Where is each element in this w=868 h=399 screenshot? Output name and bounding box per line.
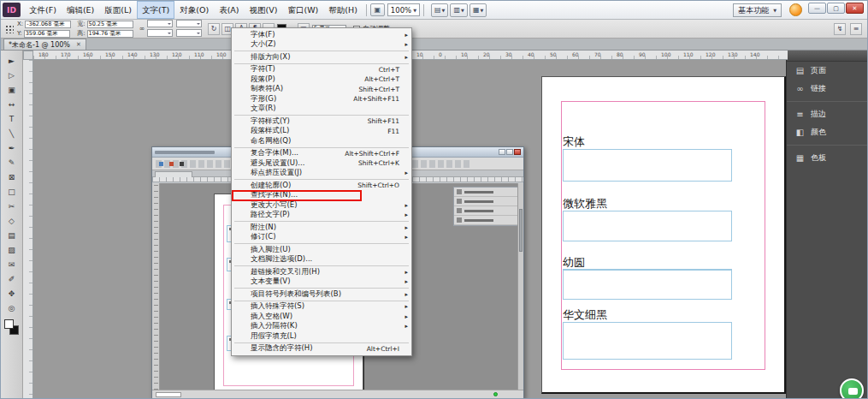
shear-field[interactable] xyxy=(176,29,202,37)
type-menu-item-40[interactable]: 显示隐含的字符(H)Alt+Ctrl+I xyxy=(232,344,411,354)
close-button[interactable]: ✕ xyxy=(846,3,864,14)
type-menu-item-20[interactable]: 查找字体(N)... xyxy=(232,191,411,201)
page-tool[interactable]: ▣ xyxy=(3,83,21,97)
menu-table[interactable]: 表(A) xyxy=(214,1,244,19)
panel-dock-header[interactable] xyxy=(787,51,867,62)
inner-document-tab[interactable] xyxy=(155,171,192,177)
x-position-field-input[interactable]: -362.068 毫米 xyxy=(25,21,71,28)
inner-page-nav-field[interactable] xyxy=(156,392,181,397)
reference-point-proxy[interactable] xyxy=(4,24,14,33)
rotate-icon[interactable]: ↻ xyxy=(208,23,220,35)
pen-tool[interactable]: ✒ xyxy=(3,141,21,155)
type-menu-item-9[interactable]: 文章(R) xyxy=(232,104,411,115)
panel-item-stroke[interactable]: ≡描边 xyxy=(787,105,867,123)
inner-close-button[interactable] xyxy=(514,149,521,155)
type-menu-item-33[interactable]: 项目符号列表和编号列表(B)▸ xyxy=(232,289,411,300)
type-menu-item-24[interactable]: 附注(N)▸ xyxy=(232,223,411,233)
text-frame[interactable] xyxy=(563,322,732,360)
minimize-button[interactable]: — xyxy=(808,3,826,14)
zoom-level-select[interactable]: 100% ▼ xyxy=(387,3,420,16)
type-menu-item-6[interactable]: 段落(P)Alt+Ctrl+T xyxy=(232,74,411,85)
text-frame[interactable] xyxy=(563,149,732,182)
app-circle-icon[interactable] xyxy=(789,3,802,16)
inner-panel-row[interactable] xyxy=(454,206,517,216)
menu-type[interactable]: 文字(T) xyxy=(137,1,174,19)
chat-badge[interactable] xyxy=(840,378,864,399)
type-menu-item-19[interactable]: 创建轮廓(O)Shift+Ctrl+O xyxy=(232,181,411,191)
type-menu-item-13[interactable]: 命名网格(Q) xyxy=(232,136,411,146)
rectangle-frame-tool[interactable]: ⊠ xyxy=(3,170,21,184)
panel-item-color[interactable]: ◧颜色 xyxy=(787,123,867,141)
rotation-field[interactable] xyxy=(176,20,202,27)
document-tab[interactable]: *未命名-1 @ 100% ✕ xyxy=(3,39,86,50)
menu-window[interactable]: 窗口(W) xyxy=(282,1,323,19)
ruler-vertical[interactable] xyxy=(23,60,33,398)
free-transform-tool[interactable]: ◇ xyxy=(3,214,21,228)
arrange-documents-button[interactable]: ▦▼ xyxy=(469,3,487,17)
menu-edit[interactable]: 编辑(E) xyxy=(62,1,99,19)
view-options-button[interactable]: ▤▼ xyxy=(431,3,448,17)
type-menu-item-25[interactable]: 修订(C)▸ xyxy=(232,233,411,243)
inner-minimize-button[interactable] xyxy=(499,149,505,155)
type-menu-item-31[interactable]: 文本变量(V)▸ xyxy=(232,277,411,288)
restore-button[interactable]: ▢ xyxy=(827,3,845,14)
direct-selection-tool[interactable]: ▷ xyxy=(3,68,21,82)
type-menu-item-27[interactable]: 插入脚注(U) xyxy=(232,245,411,255)
gradient-tool[interactable]: ▤ xyxy=(3,229,21,242)
menu-view[interactable]: 视图(V) xyxy=(245,1,283,19)
menu-file[interactable]: 文件(F) xyxy=(24,1,62,19)
tab-close-icon[interactable]: ✕ xyxy=(76,41,81,48)
constrain-proportions-icon[interactable]: ∞ xyxy=(139,25,145,33)
type-menu-item-11[interactable]: 字符样式(Y)Shift+F11 xyxy=(232,116,411,127)
type-menu-item-12[interactable]: 段落样式(L)F11 xyxy=(232,127,411,137)
bridge-icon[interactable]: ▣ xyxy=(370,3,385,16)
scale-y-field[interactable] xyxy=(147,29,173,37)
type-menu-item-5[interactable]: 字符(T)Ctrl+T xyxy=(232,65,411,75)
menu-layout[interactable]: 版面(L) xyxy=(99,1,137,19)
ruler-origin-corner[interactable] xyxy=(23,51,33,60)
menu-help[interactable]: 帮助(H) xyxy=(323,1,363,19)
selection-tool[interactable]: ► xyxy=(3,54,21,68)
rectangle-tool[interactable]: □ xyxy=(3,185,21,199)
inner-scroll-thumb[interactable] xyxy=(519,209,523,252)
type-menu-item-22[interactable]: 路径文字(P)▸ xyxy=(232,211,411,221)
type-menu-item-3[interactable]: 排版方向(X)▸ xyxy=(232,52,411,63)
inner-panel-row[interactable] xyxy=(454,216,517,225)
inner-restore-button[interactable] xyxy=(506,149,513,155)
scale-x-field[interactable] xyxy=(147,20,173,27)
inner-panel-row[interactable] xyxy=(454,197,517,206)
menu-object[interactable]: 对象(O) xyxy=(174,1,214,19)
type-menu-item-37[interactable]: 插入分隔符(K)▸ xyxy=(232,322,411,332)
type-menu-item-28[interactable]: 文档脚注选项(D)... xyxy=(232,255,411,265)
type-menu-item-0[interactable]: 字体(F)▸ xyxy=(232,30,411,40)
text-frame[interactable] xyxy=(563,211,732,241)
type-menu-item-36[interactable]: 插入空格(W)▸ xyxy=(232,312,411,322)
workspace-switcher[interactable]: 基本功能 ▼ xyxy=(733,3,782,17)
type-menu-item-15[interactable]: 复合字体(M)...Alt+Shift+Ctrl+F xyxy=(232,149,411,159)
panel-item-pages[interactable]: ▤页面 xyxy=(787,62,867,80)
line-tool[interactable]: ╲ xyxy=(3,127,21,140)
height-field-input[interactable]: 194.76 毫米 xyxy=(87,30,133,38)
type-menu-item-21[interactable]: 更改大小写(E)▸ xyxy=(232,200,411,211)
panel-menu-icon[interactable]: ≡ xyxy=(850,23,862,35)
zoom-tool[interactable]: ◎ xyxy=(3,301,21,315)
type-tool[interactable]: T xyxy=(3,112,21,126)
type-menu-item-30[interactable]: 超链接和交叉引用(H)▸ xyxy=(232,267,411,277)
gradient-feather-tool[interactable]: ▨ xyxy=(3,243,21,257)
type-menu-item-8[interactable]: 字形(G)Alt+Shift+F11 xyxy=(232,94,411,104)
type-menu-item-7[interactable]: 制表符(A)Shift+Ctrl+T xyxy=(232,85,411,95)
panel-item-links[interactable]: ∞链接 xyxy=(787,80,867,98)
type-menu-item-17[interactable]: 标点挤压设置(J)▸ xyxy=(232,169,411,179)
fill-stroke-swatches[interactable] xyxy=(3,319,21,337)
screen-mode-button[interactable]: ▥▼ xyxy=(450,3,467,17)
panel-item-swatches[interactable]: ▦色板 xyxy=(787,149,867,167)
type-menu-item-1[interactable]: 大小(Z)▸ xyxy=(232,40,411,51)
gap-tool[interactable]: ↔ xyxy=(3,98,21,111)
quick-apply-icon[interactable]: ↯ xyxy=(834,23,846,35)
eyedropper-tool[interactable]: ✐ xyxy=(3,272,21,286)
pencil-tool[interactable]: ✎ xyxy=(3,156,21,170)
type-menu-item-16[interactable]: 避头尾设置(U)...Shift+Ctrl+K xyxy=(232,158,411,169)
hand-tool[interactable]: ✥ xyxy=(3,287,21,301)
width-field-input[interactable]: 50.25 毫米 xyxy=(87,21,133,28)
inner-panel-row[interactable] xyxy=(454,188,517,197)
